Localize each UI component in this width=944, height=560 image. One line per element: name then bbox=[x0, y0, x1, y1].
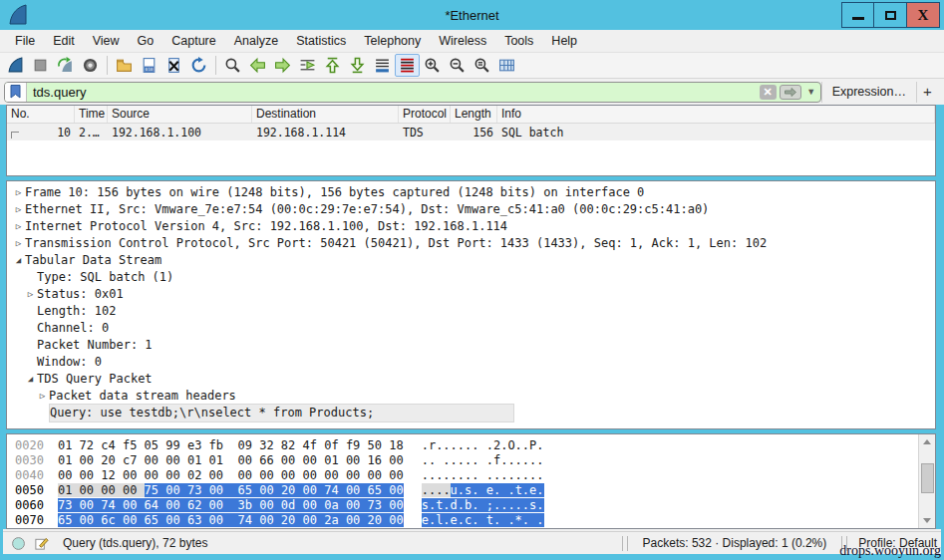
tree-item-stream-headers[interactable]: Packet data stream headers bbox=[7, 388, 935, 405]
display-filter-box[interactable]: ✕ ▼ bbox=[4, 82, 821, 103]
open-file-icon[interactable] bbox=[112, 54, 137, 77]
conversation-first-frame-icon bbox=[11, 132, 19, 139]
column-header-protocol[interactable]: Protocol bbox=[399, 106, 451, 123]
menu-telephony[interactable]: Telephony bbox=[355, 30, 430, 52]
filter-bookmark-icon[interactable] bbox=[5, 83, 27, 102]
column-header-time[interactable]: Time bbox=[75, 106, 108, 123]
menu-go[interactable]: Go bbox=[129, 30, 163, 52]
expression-button[interactable]: Expression… bbox=[821, 82, 916, 103]
save-file-icon[interactable]: 010 bbox=[137, 54, 161, 77]
menu-help[interactable]: Help bbox=[542, 30, 586, 52]
tree-item-query-selected[interactable]: Query: use testdb;\r\nselect * from Prod… bbox=[7, 405, 935, 421]
hex-row[interactable]: 002001 72 c4 f5 05 99 e3 fb 09 32 82 4f … bbox=[15, 438, 918, 453]
expand-expanded-icon[interactable] bbox=[24, 371, 37, 388]
resize-columns-icon[interactable] bbox=[494, 54, 519, 77]
display-filter-input[interactable] bbox=[27, 85, 760, 100]
menu-tools[interactable]: Tools bbox=[495, 30, 542, 52]
filter-history-dropdown-icon[interactable]: ▼ bbox=[804, 87, 818, 97]
main-toolbar: 010 bbox=[0, 53, 944, 79]
expert-info-icon[interactable] bbox=[11, 536, 26, 551]
expand-collapsed-icon[interactable] bbox=[24, 286, 37, 303]
add-filter-button[interactable]: + bbox=[916, 82, 938, 103]
maximize-button[interactable] bbox=[874, 2, 907, 28]
auto-scroll-icon[interactable] bbox=[370, 54, 395, 77]
capture-comment-icon[interactable] bbox=[34, 536, 49, 551]
menu-wireless[interactable]: Wireless bbox=[430, 30, 495, 52]
menu-edit[interactable]: Edit bbox=[44, 30, 84, 52]
column-header-source[interactable]: Source bbox=[108, 106, 252, 123]
tree-item-tds-query-packet[interactable]: TDS Query Packet bbox=[7, 371, 935, 388]
stop-capture-icon[interactable] bbox=[28, 54, 53, 77]
find-packet-icon[interactable] bbox=[220, 54, 245, 77]
tree-item-frame[interactable]: Frame 10: 156 bytes on wire (1248 bits),… bbox=[7, 184, 935, 201]
close-file-icon[interactable] bbox=[161, 54, 186, 77]
hex-vertical-scrollbar[interactable] bbox=[918, 434, 935, 528]
tree-item-ethernet[interactable]: Ethernet II, Src: Vmware_7e:e7:54 (00:0c… bbox=[7, 201, 935, 218]
tree-item-tds[interactable]: Tabular Data Stream bbox=[7, 252, 935, 269]
window-bottom-border bbox=[0, 554, 944, 560]
tree-item-tds-channel[interactable]: Channel: 0 bbox=[7, 320, 935, 337]
scroll-down-icon[interactable] bbox=[920, 513, 935, 528]
column-header-no[interactable]: No. bbox=[7, 106, 75, 123]
hex-row[interactable]: 006073 00 74 00 64 00 62 00 3b 00 0d 00 … bbox=[15, 498, 918, 513]
tree-item-tds-packet-number[interactable]: Packet Number: 1 bbox=[7, 337, 935, 354]
expand-expanded-icon[interactable] bbox=[12, 252, 25, 269]
go-last-packet-icon[interactable] bbox=[345, 54, 370, 77]
packet-destination: 192.168.1.114 bbox=[252, 126, 399, 140]
tree-item-tds-window[interactable]: Window: 0 bbox=[7, 354, 935, 371]
restart-capture-icon[interactable] bbox=[53, 54, 78, 77]
colorize-packets-icon[interactable] bbox=[395, 54, 420, 77]
capture-options-icon[interactable] bbox=[78, 54, 103, 77]
tree-item-tds-status[interactable]: Status: 0x01 bbox=[7, 286, 935, 303]
hex-dump-body[interactable]: 002001 72 c4 f5 05 99 e3 fb 09 32 82 4f … bbox=[7, 434, 918, 528]
hex-row[interactable]: 005001 00 00 00 75 00 73 00 65 00 20 00 … bbox=[15, 483, 918, 498]
close-button[interactable]: X bbox=[907, 2, 940, 28]
tree-item-ip[interactable]: Internet Protocol Version 4, Src: 192.16… bbox=[7, 218, 935, 235]
menu-view[interactable]: View bbox=[84, 30, 129, 52]
status-packets-info: Packets: 532 · Displayed: 1 (0.2%) bbox=[629, 536, 841, 550]
tree-item-tds-type[interactable]: Type: SQL batch (1) bbox=[7, 269, 935, 286]
status-separator bbox=[627, 536, 628, 551]
go-to-packet-icon[interactable] bbox=[295, 54, 320, 77]
expand-collapsed-icon[interactable] bbox=[12, 218, 25, 235]
menu-capture[interactable]: Capture bbox=[162, 30, 224, 52]
hex-row[interactable]: 004000 00 12 00 00 00 02 00 00 00 00 00 … bbox=[15, 468, 918, 483]
go-forward-icon[interactable] bbox=[270, 54, 295, 77]
expand-collapsed-icon[interactable] bbox=[36, 388, 49, 405]
title-bar: *Ethernet X bbox=[0, 0, 944, 30]
filter-apply-icon[interactable] bbox=[780, 85, 801, 100]
filter-clear-icon[interactable]: ✕ bbox=[760, 85, 777, 100]
scrollbar-thumb[interactable] bbox=[921, 463, 934, 493]
go-back-icon[interactable] bbox=[245, 54, 270, 77]
menu-file[interactable]: File bbox=[6, 30, 44, 52]
column-header-destination[interactable]: Destination bbox=[252, 106, 399, 123]
menu-statistics[interactable]: Statistics bbox=[287, 30, 355, 52]
tree-item-tds-length[interactable]: Length: 102 bbox=[7, 303, 935, 320]
column-header-info[interactable]: Info bbox=[497, 106, 935, 123]
expand-collapsed-icon[interactable] bbox=[12, 184, 25, 201]
hex-row[interactable]: 003001 00 20 c7 00 00 01 01 00 66 00 00 … bbox=[15, 453, 918, 468]
packet-list-header: No. Time Source Destination Protocol Len… bbox=[7, 106, 935, 124]
tree-item-tcp[interactable]: Transmission Control Protocol, Src Port:… bbox=[7, 235, 935, 252]
hex-dump-pane: 002001 72 c4 f5 05 99 e3 fb 09 32 82 4f … bbox=[6, 433, 936, 529]
svg-text:010: 010 bbox=[145, 67, 153, 72]
toolbar-separator bbox=[107, 56, 108, 75]
packet-row[interactable]: 10 2.… 192.168.1.100 192.168.1.114 TDS 1… bbox=[7, 124, 935, 140]
status-bar: Query (tds.query), 72 bytes Packets: 532… bbox=[3, 531, 941, 554]
expand-collapsed-icon[interactable] bbox=[12, 201, 25, 218]
start-capture-icon[interactable] bbox=[3, 54, 28, 77]
watermark: drops.wooyun.org bbox=[839, 543, 941, 559]
hex-row[interactable]: 007065 00 6c 00 65 00 63 00 74 00 20 00 … bbox=[15, 513, 918, 528]
packet-length: 156 bbox=[451, 126, 497, 140]
go-first-packet-icon[interactable] bbox=[320, 54, 345, 77]
zoom-reset-icon[interactable] bbox=[470, 54, 494, 77]
packet-details-pane: Frame 10: 156 bytes on wire (1248 bits),… bbox=[6, 180, 936, 429]
column-header-length[interactable]: Length bbox=[451, 106, 497, 123]
zoom-out-icon[interactable] bbox=[445, 54, 470, 77]
minimize-button[interactable] bbox=[841, 2, 874, 28]
menu-analyze[interactable]: Analyze bbox=[225, 30, 287, 52]
reload-icon[interactable] bbox=[186, 54, 211, 77]
zoom-in-icon[interactable] bbox=[420, 54, 445, 77]
expand-collapsed-icon[interactable] bbox=[12, 235, 25, 252]
scroll-up-icon[interactable] bbox=[920, 434, 935, 449]
